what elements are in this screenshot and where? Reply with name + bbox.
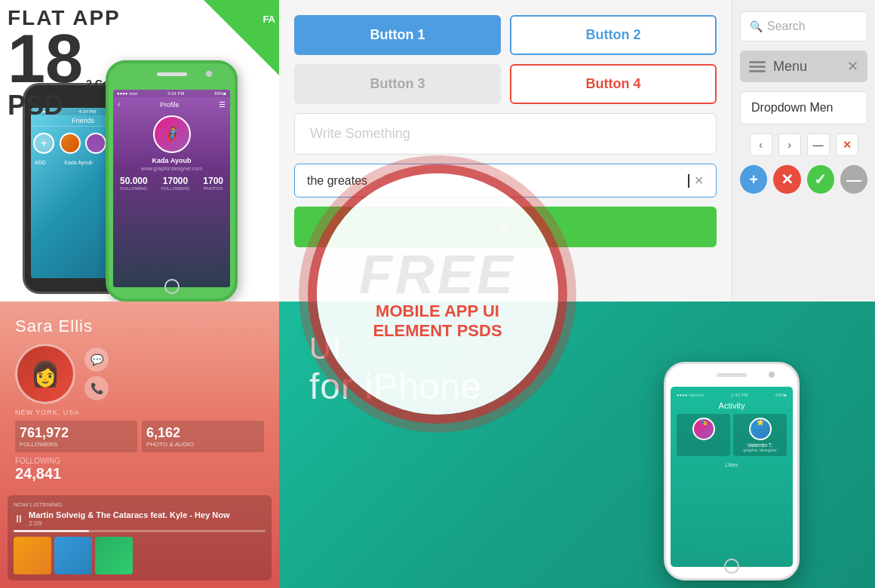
iphone-screen-content: ●●●● Verizon2:40 PM43%■ Activity 🎭 ⭐ Val…	[677, 393, 787, 467]
user-card-1: 🎭	[677, 414, 730, 456]
phone-camera	[206, 71, 212, 77]
overlay-line2: Element PSDs	[373, 321, 502, 341]
music-thumb-3	[95, 537, 133, 574]
hamburger-icon	[749, 61, 766, 72]
call-icon-button[interactable]: 📞	[84, 376, 109, 400]
action-icons-row: + ✕ ✓ —	[740, 165, 867, 194]
now-playing-label: Now Listening	[14, 501, 266, 508]
now-playing-track: Martin Solveig & The Cataracs feat. Kyle…	[29, 510, 230, 519]
photo-audio-stat: 6,162 PHOTO & AUDIO	[142, 421, 264, 452]
menu-close-icon[interactable]: ✕	[847, 58, 858, 75]
menu-label: Menu	[773, 59, 840, 75]
profile-card-name: Sara Ellis	[15, 317, 264, 336]
check-icon-circle[interactable]: ✓	[807, 165, 834, 194]
top-right-panel: 🔍 Search Menu ✕ Dropdown Men ‹ › — ✕ +	[732, 0, 875, 302]
overlay-line1: Mobile App UI	[376, 302, 499, 321]
music-thumb-2	[54, 537, 92, 574]
profile-user-name: Kada Ayoub	[113, 157, 230, 164]
phone-front: ●●●● imei4:34 PM88%■ ‹ Profile ☰ 🦸 Kada …	[106, 60, 238, 302]
user-cards: 🎭 ⭐ Vallentin T. graphic designer	[677, 414, 787, 456]
iphone-camera	[769, 372, 775, 378]
fa-badge-label: FA	[262, 14, 275, 25]
profile-avatar-front: 🦸	[153, 115, 191, 153]
message-icon-button[interactable]: 💬	[84, 348, 109, 372]
location-label: NEW YORK, USA	[15, 409, 264, 416]
search-text-value: the greates	[307, 174, 688, 188]
music-thumbnails	[14, 537, 266, 574]
free-overlay-circle: FREE Mobile App UI Element PSDs	[317, 173, 558, 415]
photo-audio-count: 6,162	[146, 425, 259, 441]
button-4[interactable]: Button 4	[510, 64, 717, 104]
top-left-panel: FA FLAT APP 18 2 Colors PSD ●●●● imei4:3…	[0, 0, 279, 302]
button-1[interactable]: Button 1	[294, 15, 501, 55]
following-count: 24,841	[15, 465, 264, 482]
next-button[interactable]: ›	[778, 133, 801, 156]
iphone-mockup: ●●●● Verizon2:40 PM43%■ Activity 🎭 ⭐ Val…	[664, 362, 815, 588]
likes-label: Likes	[726, 462, 738, 467]
phone-speaker	[157, 72, 187, 76]
bottom-left-panel: Sara Ellis 👩 💬 📞 NEW YORK, USA 761,972 F…	[0, 302, 279, 588]
iphone-screen: ●●●● Verizon2:40 PM43%■ Activity 🎭 ⭐ Val…	[671, 387, 793, 567]
phone-home-button[interactable]	[164, 279, 180, 294]
following-stat: Following 24,841	[15, 457, 264, 482]
menu-row: Menu ✕	[740, 51, 867, 82]
cancel-icon-circle[interactable]: ✕	[773, 165, 800, 194]
psd-label: PSD	[8, 90, 63, 121]
activity-label: Activity	[677, 401, 787, 410]
close-button[interactable]: ✕	[836, 133, 858, 156]
following-label: Following	[15, 457, 264, 465]
now-playing-bar: Now Listening ⏸ Martin Solveig & The Cat…	[8, 495, 272, 580]
followers-count: 761,972	[20, 425, 133, 441]
minus-icon-circle[interactable]: —	[840, 165, 867, 194]
iphone-speaker	[717, 373, 747, 377]
followers-stat: 761,972 FOLLOWERS	[15, 421, 137, 452]
track-time: 2:09	[29, 519, 230, 527]
minus-button[interactable]: —	[807, 133, 830, 156]
user-card-name: Vallentin T.	[737, 443, 783, 448]
add-icon-circle[interactable]: +	[740, 165, 767, 194]
free-text: FREE	[359, 247, 516, 302]
search-box[interactable]: 🔍 Search	[740, 11, 867, 41]
profile-screen-label: Profile	[160, 101, 180, 109]
prev-button[interactable]: ‹	[750, 133, 772, 156]
photo-audio-label: PHOTO & AUDIO	[146, 441, 259, 448]
iphone-home-button[interactable]	[724, 559, 739, 574]
profile-card-avatar: 👩	[15, 344, 75, 404]
number-18: 18	[8, 29, 83, 90]
music-thumb-1	[14, 537, 51, 574]
dropdown-label: Dropdown Men	[751, 101, 834, 114]
followers-label: FOLLOWERS	[20, 441, 133, 448]
search-placeholder: Search	[767, 20, 806, 33]
dropdown-menu[interactable]: Dropdown Men	[740, 91, 867, 124]
search-icon: 🔍	[750, 20, 763, 32]
something-placeholder: Write Something	[310, 126, 410, 141]
user-card-role: graphic designer	[737, 448, 783, 452]
search-text-input[interactable]: the greates ✕	[294, 164, 717, 198]
iphone-body: ●●●● Verizon2:40 PM43%■ Activity 🎭 ⭐ Val…	[664, 362, 800, 580]
button-3[interactable]: Button 3	[294, 64, 501, 104]
button-2[interactable]: Button 2	[510, 15, 717, 55]
user-card-2: ⭐ Vallentin T. graphic designer	[733, 414, 787, 456]
search-clear-icon[interactable]: ✕	[694, 173, 704, 188]
something-input[interactable]: Write Something	[294, 113, 717, 155]
profile-card: Sara Ellis 👩 💬 📞 NEW YORK, USA 761,972 F…	[0, 302, 279, 588]
pagination-row: ‹ › — ✕	[740, 133, 867, 156]
